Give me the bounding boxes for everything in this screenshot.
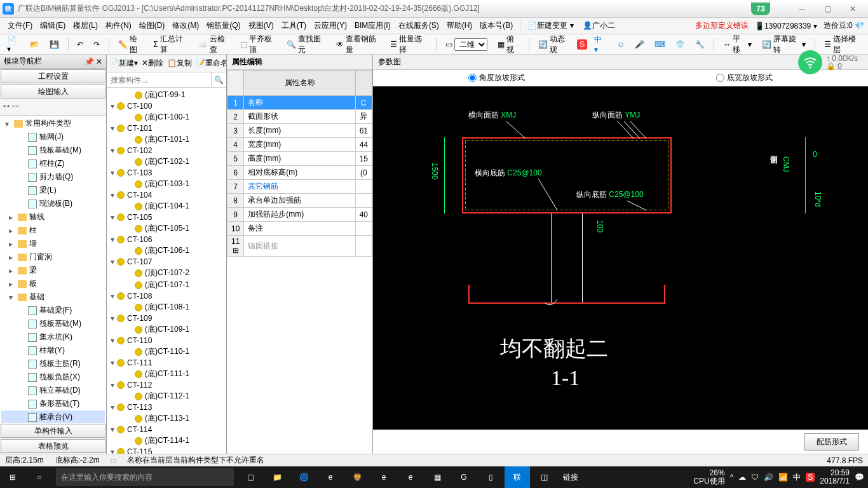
tree-item[interactable]: ▾基础 [1,290,105,304]
app-icon-7[interactable]: ▦ [424,466,450,488]
app-icon-2[interactable]: 🌀 [291,466,316,488]
property-row[interactable]: 2截面形状异 [227,110,372,124]
bird-view-button[interactable]: ▦ 俯视 [494,32,523,57]
menu-item[interactable]: 云应用(Y) [310,19,351,32]
lang-cn-icon[interactable]: 中 ▾ [591,32,610,56]
tree-item[interactable]: 梁(L) [1,184,105,197]
menu-item[interactable]: 绘图(D) [135,19,169,32]
tree-item[interactable]: ▾常用构件类型 [1,117,105,130]
component-item[interactable]: (底)CT-103-1 [108,178,225,190]
component-item[interactable]: ▾ CT-102 [108,146,225,156]
tree-expand-icon[interactable]: ⁺⁺ [3,103,10,112]
tree-item[interactable]: 轴网(J) [1,130,105,144]
menu-item[interactable]: 视图(V) [245,19,278,32]
menu-item[interactable]: 工具(T) [278,19,310,32]
component-item[interactable]: ▾ CT-115 [108,447,225,454]
component-item[interactable]: (底)CT-109-1 [108,323,225,336]
component-item[interactable]: (底)CT-111-1 [108,368,225,380]
find-view-button[interactable]: 🔍查找图元 [283,32,329,57]
menu-item[interactable]: 钢筋量(Q) [203,19,244,32]
component-item[interactable]: ▾ CT-114 [108,424,225,435]
property-row[interactable]: 4宽度(mm)44 [227,138,372,152]
open-button[interactable]: 📂 [27,38,43,51]
tray-expand-icon[interactable]: ^ [730,473,734,482]
component-item[interactable]: ▾ CT-106 [108,234,225,245]
property-table[interactable]: 属性名称 1名称C2截面形状异3长度(mm)614宽度(mm)445高度(mm)… [227,70,372,257]
component-tree[interactable]: (底)CT-99-1▾ CT-100(底)CT-100-1▾ CT-101(底)… [107,88,226,454]
app-icon-3[interactable]: e [318,466,343,488]
property-row[interactable]: 9加强筋起步(mm)40 [227,208,372,222]
draw-button[interactable]: ✏️绘图 [115,32,146,57]
property-row[interactable]: 10备注 [227,222,372,236]
tree-item[interactable]: 剪力墙(Q) [1,170,105,184]
app-icon-1[interactable]: 📁 [264,466,290,488]
property-row[interactable]: 7其它钢筋 [227,180,372,194]
menu-item[interactable]: 楼层(L) [69,19,102,32]
tab-project-settings[interactable]: 工程设置 [1,69,105,83]
cpu-meter[interactable]: 26%CPU使用 [693,469,724,485]
mic-icon[interactable]: 🎤 [632,38,648,51]
component-item[interactable]: ▾ CT-100 [108,101,225,111]
tray-speaker-icon[interactable]: 🔊 [764,473,773,482]
tab-table-preview[interactable]: 表格预览 [1,439,105,453]
new-file-button[interactable]: 📄▾ [4,34,23,55]
taskbar-clock[interactable]: 20:592018/7/1 [820,469,850,485]
component-item[interactable]: (顶)CT-107-2 [108,267,225,279]
property-row[interactable]: 1名称C [227,96,372,110]
tree-item[interactable]: 筏板负筋(X) [1,370,105,384]
menu-item[interactable]: 构件(N) [102,19,135,32]
tree-item[interactable]: 桩承台(V) [1,410,105,423]
menu-item[interactable]: 编辑(E) [36,19,69,32]
search-button[interactable]: 🔍 [211,72,226,87]
tray-sogou-icon[interactable]: S [806,473,815,482]
menu-item[interactable]: 帮助(H) [443,19,477,32]
component-item[interactable]: (底)CT-102-1 [108,156,225,168]
delete-component-button[interactable]: ✕删除 [142,58,163,69]
menu-item[interactable]: 文件(F) [4,19,36,32]
undo-button[interactable]: ↶ [74,38,86,51]
category-tree[interactable]: ▾常用构件类型轴网(J)筏板基础(M)框柱(Z)剪力墙(Q)梁(L)现浇板(B)… [0,116,106,423]
poly-error-link[interactable]: 多边形定义错误 [695,20,749,31]
component-item[interactable]: ▾ CT-101 [108,123,225,133]
component-item[interactable]: (底)CT-105-1 [108,222,225,234]
app-icon-6[interactable]: e [398,466,423,488]
angle-slope-radio[interactable]: 角度放坡形式 [468,72,525,83]
tree-item[interactable]: ▸梁 [1,264,105,277]
tree-item[interactable]: 筏板基础(M) [1,144,105,157]
component-item[interactable]: (底)CT-114-1 [108,435,225,447]
new-component-button[interactable]: 📄新建▾ [109,58,138,69]
tool-icon[interactable]: 👕 [672,38,688,51]
view-rebar-button[interactable]: 👁 查看钢筋量 [333,32,384,57]
translate-button[interactable]: ↔ 平移 ▾ [720,32,755,57]
user-button[interactable]: 👤广小二 [579,18,619,33]
batch-select-button[interactable]: ☰ 批量选择 [387,32,430,57]
tree-item[interactable]: ▸门窗洞 [1,250,105,264]
component-item[interactable]: (底)CT-101-1 [108,133,225,146]
copy-component-button[interactable]: 📋复制 [167,58,192,69]
rename-component-button[interactable]: 📝重命名 [196,58,226,69]
app-icon-11[interactable]: ◫ [531,466,557,488]
tree-item[interactable]: ▸板 [1,277,105,290]
tree-item[interactable]: 框柱(Z) [1,157,105,170]
component-item[interactable]: ▾ CT-111 [108,358,225,368]
component-item[interactable]: ▾ CT-109 [108,313,225,323]
view-2d-select[interactable]: ▭ 二维 [442,36,491,53]
tree-item[interactable]: ▸轴线 [1,210,105,224]
notification-icon[interactable]: 💬 [855,473,864,482]
component-item[interactable]: (底)CT-113-1 [108,412,225,424]
menu-item[interactable]: BIM应用(I) [351,19,395,32]
component-item[interactable]: ▾ CT-110 [108,336,225,346]
component-search-input[interactable] [107,72,211,87]
component-item[interactable]: (底)CT-99-1 [108,89,225,101]
app-icon-10[interactable]: 联 [505,466,530,488]
maximize-button[interactable]: ▢ [815,0,840,18]
menu-item[interactable]: 版本号(B) [476,19,517,32]
property-row[interactable]: 11 ⊞锚固搭接 [227,236,372,257]
tray-cloud-icon[interactable]: ☁ [738,473,746,482]
redo-button[interactable]: ↷ [90,38,103,51]
ime-indicator[interactable]: S [577,39,587,50]
taskbar-search[interactable]: 在这里输入你要搜索的内容 [56,468,234,486]
component-item[interactable]: (底)CT-112-1 [108,390,225,402]
tab-unit-input[interactable]: 单构件输入 [1,424,105,438]
pin-icon[interactable]: 📌 ✕ [85,57,102,66]
